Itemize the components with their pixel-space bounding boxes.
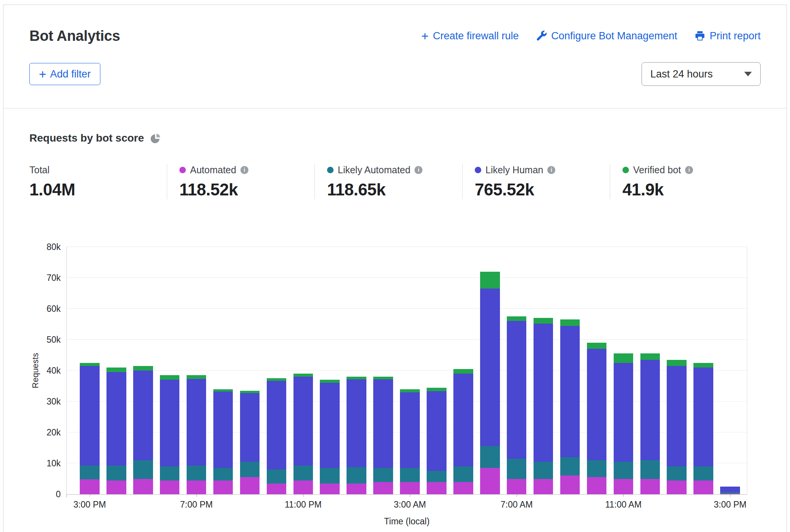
stacked-bar[interactable]	[534, 247, 553, 494]
stacked-bar[interactable]	[400, 247, 420, 494]
bar-segment-likely-automated	[640, 460, 660, 479]
bar-slot	[638, 247, 661, 494]
stacked-bar[interactable]	[667, 247, 687, 494]
stacked-bar[interactable]	[133, 247, 153, 494]
x-slot	[318, 494, 341, 513]
bar-segment-likely-automated	[667, 466, 687, 480]
x-slot	[638, 494, 661, 513]
x-tick-label: 11:00 PM	[285, 500, 322, 510]
x-slot	[559, 494, 582, 513]
bar-segment-automated	[267, 484, 287, 494]
stat-value: 118.65k	[327, 180, 462, 199]
bar-slot	[292, 247, 314, 494]
printer-icon	[695, 31, 705, 41]
stacked-bar[interactable]	[267, 247, 287, 494]
plus-icon: +	[39, 68, 46, 81]
bar-segment-likely-automated	[587, 460, 607, 477]
bar-slot	[452, 247, 475, 494]
bar-segment-verified-bot	[80, 363, 100, 366]
bar-segment-verified-bot	[293, 374, 313, 377]
bar-segment-verified-bot	[320, 380, 340, 383]
info-icon[interactable]: i	[240, 166, 248, 174]
bar-segment-automated	[320, 484, 340, 494]
stacked-bar[interactable]	[507, 247, 527, 494]
bar-segment-likely-automated	[373, 468, 393, 482]
bar-segment-automated	[693, 480, 713, 494]
info-icon[interactable]: i	[685, 166, 693, 174]
y-tick-label: 50k	[47, 335, 61, 345]
bar-segment-automated	[106, 480, 126, 494]
stat-value: 118.52k	[179, 180, 314, 199]
stacked-bar[interactable]	[213, 247, 233, 494]
bars-area	[67, 247, 747, 494]
bar-slot	[505, 247, 528, 494]
time-range-select[interactable]: Last 24 hours	[642, 62, 761, 86]
x-tick-mark	[623, 494, 624, 497]
y-tick-label: 10k	[47, 458, 61, 469]
y-tick-label: 70k	[47, 273, 61, 283]
stacked-bar[interactable]	[240, 247, 260, 494]
x-slot	[105, 494, 128, 513]
stacked-bar[interactable]	[106, 247, 126, 494]
stacked-bar[interactable]	[453, 247, 473, 494]
y-tick-label: 0	[56, 489, 61, 500]
info-icon[interactable]: i	[547, 166, 555, 174]
x-tick-mark	[197, 494, 197, 497]
configure-bot-management-link[interactable]: Configure Bot Management	[536, 30, 677, 42]
bar-slot	[665, 247, 688, 494]
bar-segment-likely-automated	[106, 466, 126, 480]
bar-segment-likely-human	[240, 393, 260, 462]
bar-segment-likely-human	[427, 391, 447, 471]
plus-icon: +	[421, 30, 429, 42]
stacked-bar[interactable]	[293, 247, 313, 494]
stacked-bar[interactable]	[80, 247, 100, 494]
stacked-bar[interactable]	[640, 247, 660, 494]
bar-segment-likely-human	[187, 379, 206, 466]
print-report-link[interactable]: Print report	[695, 30, 761, 42]
stacked-bar[interactable]	[693, 247, 713, 494]
bar-segment-automated	[293, 480, 313, 494]
stat-automated: Automated i 118.52k	[167, 164, 314, 199]
bar-segment-automated	[640, 479, 660, 495]
y-tick-label: 20k	[47, 427, 61, 438]
stacked-bar[interactable]	[160, 247, 180, 494]
create-firewall-rule-link[interactable]: + Create firewall rule	[421, 30, 519, 42]
legend-dot	[179, 167, 186, 173]
x-axis-ticks: 3:00 PM7:00 PM11:00 PM3:00 AM7:00 AM11:0…	[67, 494, 747, 513]
bar-slot	[212, 247, 235, 494]
stacked-bar[interactable]	[320, 247, 340, 494]
bar-segment-likely-human	[507, 321, 527, 458]
stacked-bar[interactable]	[187, 247, 206, 494]
x-tick-mark	[90, 494, 90, 497]
bar-slot	[78, 247, 101, 494]
bar-segment-likely-human	[320, 383, 340, 468]
x-slot: 3:00 AM	[398, 494, 421, 513]
stacked-bar[interactable]	[587, 247, 607, 494]
stacked-bar[interactable]	[614, 247, 634, 494]
bar-segment-likely-automated	[453, 466, 473, 482]
stacked-bar[interactable]	[720, 247, 740, 494]
add-filter-button[interactable]: + Add filter	[29, 63, 100, 85]
stacked-bar[interactable]	[373, 247, 393, 494]
bar-segment-likely-human	[293, 377, 313, 465]
bar-slot	[239, 247, 261, 494]
stat-label: Automated	[190, 164, 236, 176]
bar-slot	[612, 247, 635, 494]
stacked-bar[interactable]	[427, 247, 447, 494]
stacked-bar[interactable]	[347, 247, 366, 494]
bar-segment-likely-automated	[507, 459, 527, 479]
bar-segment-automated	[160, 480, 180, 494]
y-tick-label: 80k	[47, 242, 61, 252]
bar-segment-likely-automated	[400, 468, 420, 482]
bar-segment-automated	[187, 480, 206, 494]
bar-segment-verified-bot	[427, 388, 447, 392]
stacked-bar[interactable]	[560, 247, 580, 494]
x-slot	[665, 494, 688, 513]
bar-slot	[559, 247, 582, 494]
bar-segment-likely-human	[133, 371, 153, 460]
info-icon[interactable]: i	[414, 166, 422, 174]
bar-segment-likely-human	[267, 381, 287, 469]
x-slot: 3:00 PM	[719, 494, 742, 513]
stacked-bar[interactable]	[480, 247, 500, 494]
x-tick-mark	[303, 494, 303, 497]
